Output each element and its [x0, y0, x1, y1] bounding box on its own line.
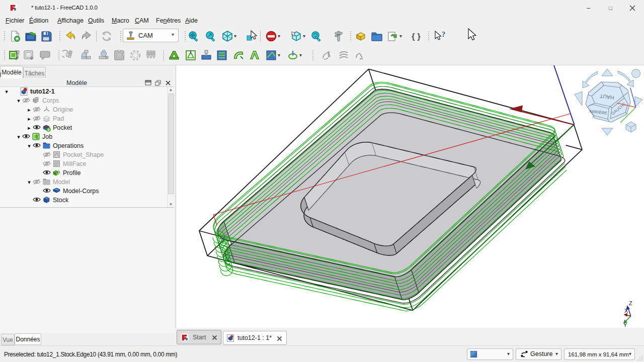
svg-text:Y: Y	[623, 322, 627, 328]
svg-text:Z: Z	[629, 300, 632, 306]
svg-text:{ }: { }	[412, 32, 421, 41]
svg-text:?: ?	[442, 31, 445, 38]
svg-text:X: X	[624, 308, 628, 314]
